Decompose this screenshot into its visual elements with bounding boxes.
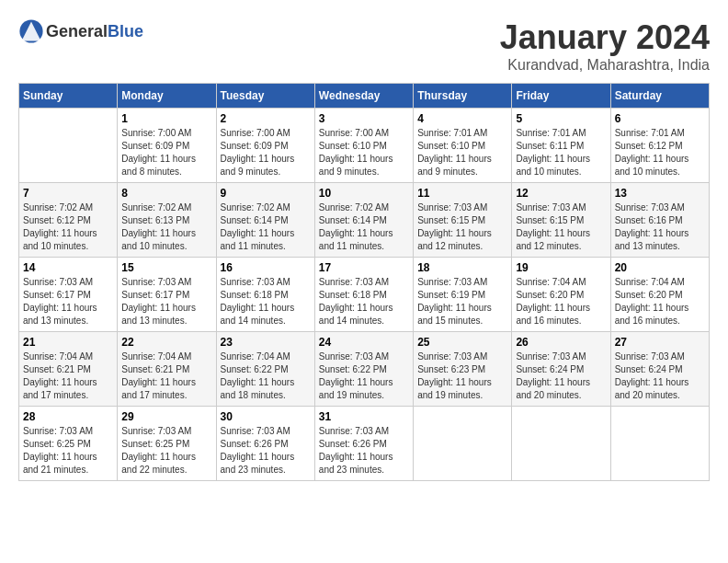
header: GeneralBlue January 2024 Kurandvad, Maha…: [18, 18, 710, 74]
calendar-cell: [19, 109, 118, 183]
day-info: Sunrise: 7:03 AM Sunset: 6:17 PM Dayligh…: [121, 276, 211, 327]
day-info: Sunrise: 7:03 AM Sunset: 6:24 PM Dayligh…: [516, 350, 606, 402]
day-number: 17: [319, 261, 409, 274]
day-info: Sunrise: 7:04 AM Sunset: 6:20 PM Dayligh…: [516, 276, 606, 327]
day-number: 19: [516, 261, 606, 274]
day-number: 3: [319, 112, 409, 125]
day-header-monday: Monday: [118, 84, 216, 109]
calendar-cell: 28Sunrise: 7:03 AM Sunset: 6:25 PM Dayli…: [19, 407, 118, 481]
calendar-cell: 26Sunrise: 7:03 AM Sunset: 6:24 PM Dayli…: [512, 332, 610, 407]
day-number: 10: [319, 187, 409, 200]
calendar-cell: 8Sunrise: 7:02 AM Sunset: 6:13 PM Daylig…: [118, 183, 216, 258]
day-info: Sunrise: 7:04 AM Sunset: 6:22 PM Dayligh…: [221, 350, 311, 402]
day-number: 31: [319, 410, 409, 423]
day-info: Sunrise: 7:03 AM Sunset: 6:24 PM Dayligh…: [615, 350, 705, 402]
calendar-cell: 2Sunrise: 7:00 AM Sunset: 6:09 PM Daylig…: [216, 109, 314, 183]
week-row-1: 1Sunrise: 7:00 AM Sunset: 6:09 PM Daylig…: [19, 109, 710, 183]
day-info: Sunrise: 7:01 AM Sunset: 6:10 PM Dayligh…: [417, 127, 507, 178]
day-info: Sunrise: 7:00 AM Sunset: 6:09 PM Dayligh…: [221, 127, 311, 178]
month-title: January 2024: [500, 18, 710, 57]
day-info: Sunrise: 7:03 AM Sunset: 6:19 PM Dayligh…: [417, 276, 507, 327]
calendar-cell: 18Sunrise: 7:03 AM Sunset: 6:19 PM Dayli…: [414, 258, 512, 332]
week-row-3: 14Sunrise: 7:03 AM Sunset: 6:17 PM Dayli…: [19, 258, 710, 332]
day-info: Sunrise: 7:03 AM Sunset: 6:18 PM Dayligh…: [221, 276, 311, 327]
day-number: 11: [417, 187, 507, 200]
day-number: 1: [121, 112, 211, 125]
day-info: Sunrise: 7:03 AM Sunset: 6:25 PM Dayligh…: [121, 425, 211, 477]
calendar-cell: 20Sunrise: 7:04 AM Sunset: 6:20 PM Dayli…: [610, 258, 709, 332]
day-info: Sunrise: 7:03 AM Sunset: 6:22 PM Dayligh…: [319, 350, 409, 402]
day-number: 26: [516, 336, 606, 349]
calendar-body: 1Sunrise: 7:00 AM Sunset: 6:09 PM Daylig…: [19, 109, 710, 481]
day-header-saturday: Saturday: [610, 84, 709, 109]
calendar-table: SundayMondayTuesdayWednesdayThursdayFrid…: [18, 83, 710, 481]
day-number: 14: [23, 261, 113, 274]
calendar-cell: 25Sunrise: 7:03 AM Sunset: 6:23 PM Dayli…: [414, 332, 512, 407]
logo-icon: [18, 18, 44, 44]
title-area: January 2024 Kurandvad, Maharashtra, Ind…: [500, 18, 710, 74]
day-info: Sunrise: 7:01 AM Sunset: 6:11 PM Dayligh…: [516, 127, 606, 178]
calendar-cell: 27Sunrise: 7:03 AM Sunset: 6:24 PM Dayli…: [610, 332, 709, 407]
logo: GeneralBlue: [18, 18, 143, 44]
day-number: 21: [23, 336, 113, 349]
day-info: Sunrise: 7:03 AM Sunset: 6:16 PM Dayligh…: [615, 201, 705, 253]
logo-blue: Blue: [108, 22, 143, 40]
calendar-cell: 11Sunrise: 7:03 AM Sunset: 6:15 PM Dayli…: [414, 183, 512, 258]
day-info: Sunrise: 7:04 AM Sunset: 6:20 PM Dayligh…: [615, 276, 705, 327]
calendar-cell: 6Sunrise: 7:01 AM Sunset: 6:12 PM Daylig…: [610, 109, 709, 183]
day-number: 15: [121, 261, 211, 274]
calendar-cell: 21Sunrise: 7:04 AM Sunset: 6:21 PM Dayli…: [19, 332, 118, 407]
day-number: 23: [221, 336, 311, 349]
day-number: 27: [615, 336, 705, 349]
day-info: Sunrise: 7:00 AM Sunset: 6:10 PM Dayligh…: [319, 127, 409, 178]
calendar-cell: 14Sunrise: 7:03 AM Sunset: 6:17 PM Dayli…: [19, 258, 118, 332]
day-info: Sunrise: 7:03 AM Sunset: 6:26 PM Dayligh…: [221, 425, 311, 477]
calendar-cell: 13Sunrise: 7:03 AM Sunset: 6:16 PM Dayli…: [610, 183, 709, 258]
day-info: Sunrise: 7:03 AM Sunset: 6:25 PM Dayligh…: [23, 425, 113, 477]
day-number: 28: [23, 410, 113, 423]
calendar-cell: 29Sunrise: 7:03 AM Sunset: 6:25 PM Dayli…: [118, 407, 216, 481]
day-number: 2: [221, 112, 311, 125]
calendar-cell: 7Sunrise: 7:02 AM Sunset: 6:12 PM Daylig…: [19, 183, 118, 258]
week-row-4: 21Sunrise: 7:04 AM Sunset: 6:21 PM Dayli…: [19, 332, 710, 407]
calendar-cell: 17Sunrise: 7:03 AM Sunset: 6:18 PM Dayli…: [314, 258, 413, 332]
day-header-friday: Friday: [512, 84, 610, 109]
day-header-wednesday: Wednesday: [314, 84, 413, 109]
day-number: 24: [319, 336, 409, 349]
day-info: Sunrise: 7:03 AM Sunset: 6:15 PM Dayligh…: [417, 201, 507, 253]
day-number: 20: [615, 261, 705, 274]
day-header-thursday: Thursday: [414, 84, 512, 109]
calendar-cell: 3Sunrise: 7:00 AM Sunset: 6:10 PM Daylig…: [314, 109, 413, 183]
day-number: 25: [417, 336, 507, 349]
day-info: Sunrise: 7:02 AM Sunset: 6:14 PM Dayligh…: [221, 201, 311, 253]
calendar-cell: 1Sunrise: 7:00 AM Sunset: 6:09 PM Daylig…: [118, 109, 216, 183]
day-header-sunday: Sunday: [19, 84, 118, 109]
calendar-cell: 4Sunrise: 7:01 AM Sunset: 6:10 PM Daylig…: [414, 109, 512, 183]
calendar-cell: 10Sunrise: 7:02 AM Sunset: 6:14 PM Dayli…: [314, 183, 413, 258]
day-info: Sunrise: 7:02 AM Sunset: 6:14 PM Dayligh…: [319, 201, 409, 253]
day-number: 22: [121, 336, 211, 349]
day-number: 6: [615, 112, 705, 125]
location-title: Kurandvad, Maharashtra, India: [500, 57, 710, 74]
calendar-cell: 22Sunrise: 7:04 AM Sunset: 6:21 PM Dayli…: [118, 332, 216, 407]
calendar-cell: 31Sunrise: 7:03 AM Sunset: 6:26 PM Dayli…: [314, 407, 413, 481]
day-number: 5: [516, 112, 606, 125]
calendar-header-row: SundayMondayTuesdayWednesdayThursdayFrid…: [19, 84, 710, 109]
week-row-5: 28Sunrise: 7:03 AM Sunset: 6:25 PM Dayli…: [19, 407, 710, 481]
calendar-cell: 30Sunrise: 7:03 AM Sunset: 6:26 PM Dayli…: [216, 407, 314, 481]
logo-general: General: [46, 22, 108, 40]
day-info: Sunrise: 7:02 AM Sunset: 6:12 PM Dayligh…: [23, 201, 113, 253]
day-info: Sunrise: 7:03 AM Sunset: 6:23 PM Dayligh…: [417, 350, 507, 402]
day-info: Sunrise: 7:03 AM Sunset: 6:15 PM Dayligh…: [516, 201, 606, 253]
calendar-cell: [414, 407, 512, 481]
calendar-cell: [512, 407, 610, 481]
calendar-cell: 23Sunrise: 7:04 AM Sunset: 6:22 PM Dayli…: [216, 332, 314, 407]
day-number: 30: [221, 410, 311, 423]
day-info: Sunrise: 7:00 AM Sunset: 6:09 PM Dayligh…: [121, 127, 211, 178]
day-number: 13: [615, 187, 705, 200]
day-info: Sunrise: 7:04 AM Sunset: 6:21 PM Dayligh…: [23, 350, 113, 402]
day-info: Sunrise: 7:03 AM Sunset: 6:26 PM Dayligh…: [319, 425, 409, 477]
day-number: 16: [221, 261, 311, 274]
calendar-cell: 24Sunrise: 7:03 AM Sunset: 6:22 PM Dayli…: [314, 332, 413, 407]
day-number: 12: [516, 187, 606, 200]
